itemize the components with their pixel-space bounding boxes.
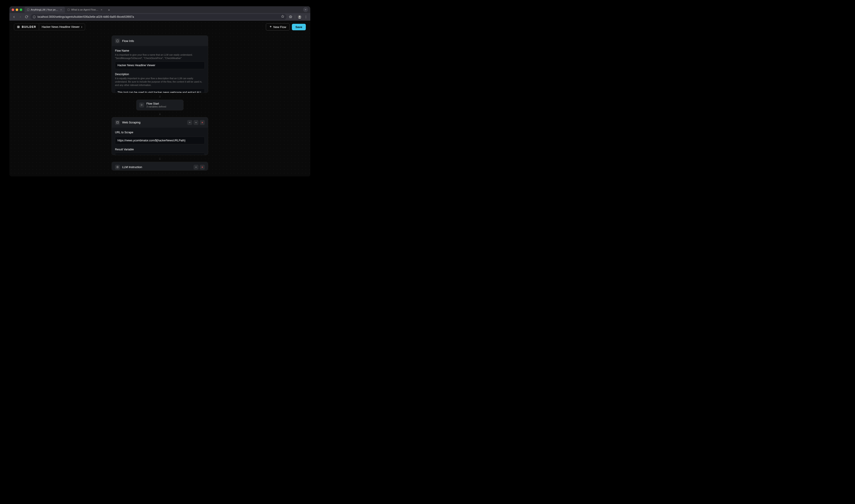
profile-icon[interactable] bbox=[297, 15, 302, 19]
titlebar-right bbox=[303, 7, 308, 12]
svg-point-8 bbox=[306, 16, 306, 16]
save-button[interactable]: Save bbox=[292, 24, 306, 30]
app-logo-icon bbox=[17, 25, 20, 29]
app-header: BUILDER Hacker News Headline Viewer ▴▾ N… bbox=[10, 21, 310, 33]
svg-point-7 bbox=[299, 16, 300, 17]
result-var-label: Result Variable bbox=[115, 148, 205, 151]
play-icon bbox=[139, 103, 144, 107]
url-text: localhost:3000/settings/agents/builder/0… bbox=[37, 15, 279, 18]
card-header: LLM Instruction bbox=[112, 162, 208, 170]
traffic-lights bbox=[12, 8, 22, 11]
window-maximize-button[interactable] bbox=[20, 8, 22, 11]
flow-start-text: Flow Start 3 variables defined bbox=[146, 102, 166, 108]
brain-icon bbox=[115, 165, 120, 170]
chevron-updown-icon: ▴▾ bbox=[81, 26, 82, 28]
header-left: BUILDER Hacker News Headline Viewer ▴▾ bbox=[14, 23, 85, 30]
reload-button[interactable] bbox=[24, 15, 29, 18]
forward-button[interactable] bbox=[18, 15, 22, 19]
header-right: New Flow Save bbox=[266, 23, 306, 31]
web-scraping-card: Web Scraping U bbox=[111, 117, 208, 155]
svg-point-10 bbox=[306, 18, 306, 18]
arrow-down-icon: ↓ bbox=[159, 93, 161, 100]
svg-marker-16 bbox=[141, 104, 142, 106]
card-body: Flow Name It is important to give your f… bbox=[112, 46, 208, 93]
address-bar[interactable]: localhost:3000/settings/agents/builder/0… bbox=[31, 14, 286, 20]
svg-point-9 bbox=[306, 17, 306, 17]
svg-rect-17 bbox=[116, 122, 119, 124]
card-body: URL to Scrape Result Variable pageConten… bbox=[112, 128, 208, 155]
description-group: Description It is equally important to g… bbox=[115, 73, 205, 93]
flow-start-title: Flow Start bbox=[146, 102, 166, 105]
flow-name-hint: It is important to give your flow a name… bbox=[115, 53, 205, 60]
url-label: URL to Scrape bbox=[115, 131, 205, 134]
flow-start-card[interactable]: Flow Start 3 variables defined bbox=[136, 100, 184, 110]
card-title: LLM Instruction bbox=[122, 165, 191, 169]
arrow-down-icon: ↓ bbox=[159, 110, 161, 117]
save-label: Save bbox=[296, 25, 302, 29]
description-label: Description bbox=[115, 73, 205, 76]
titlebar: AnythingLLM | Your personal… × What is a… bbox=[10, 6, 310, 13]
card-header: Flow Info bbox=[112, 36, 208, 46]
browser-toolbar: localhost:3000/settings/agents/builder/0… bbox=[10, 13, 310, 21]
flow-selector-name: Hacker News Headline Viewer bbox=[42, 25, 80, 29]
url-group: URL to Scrape bbox=[115, 131, 205, 144]
llm-instruction-card: LLM Instruction bbox=[111, 162, 208, 170]
description-hint: It is equally important to give your flo… bbox=[115, 77, 205, 87]
move-up-button[interactable] bbox=[187, 120, 192, 125]
arrow-down-icon: ↓ bbox=[159, 155, 161, 162]
flow-name-label: Flow Name bbox=[115, 49, 205, 52]
site-info-icon[interactable] bbox=[33, 16, 36, 18]
builder-badge[interactable]: BUILDER bbox=[14, 23, 39, 30]
bookmark-icon[interactable] bbox=[281, 15, 284, 19]
tab-close-icon[interactable]: × bbox=[100, 8, 103, 12]
tab-favicon-icon bbox=[67, 8, 70, 11]
card-actions bbox=[187, 120, 205, 125]
new-tab-button[interactable]: + bbox=[107, 8, 111, 12]
info-icon bbox=[115, 38, 120, 43]
tab-dropdown-button[interactable] bbox=[303, 7, 308, 12]
tab-title: AnythingLLM | Your personal… bbox=[31, 8, 58, 11]
flow-canvas[interactable]: Flow Info Flow Name It is important to g… bbox=[10, 33, 310, 176]
back-button[interactable] bbox=[12, 15, 16, 19]
svg-rect-0 bbox=[27, 9, 29, 11]
browser-icon bbox=[115, 120, 120, 125]
new-flow-label: New Flow bbox=[274, 25, 286, 29]
delete-button[interactable] bbox=[200, 165, 205, 170]
new-flow-button[interactable]: New Flow bbox=[266, 23, 290, 31]
svg-point-21 bbox=[117, 167, 118, 167]
svg-rect-1 bbox=[68, 9, 69, 11]
move-up-button[interactable] bbox=[194, 165, 198, 170]
url-input[interactable] bbox=[115, 137, 205, 144]
builder-label: BUILDER bbox=[22, 25, 36, 29]
browser-tab[interactable]: What is an Agent Flow? ~ An… × bbox=[65, 7, 105, 13]
flow-info-card: Flow Info Flow Name It is important to g… bbox=[111, 35, 208, 93]
flow-start-subtitle: 3 variables defined bbox=[146, 105, 166, 108]
delete-button[interactable] bbox=[200, 120, 205, 125]
browser-tab-active[interactable]: AnythingLLM | Your personal… × bbox=[24, 7, 65, 13]
plus-icon bbox=[269, 25, 272, 29]
browser-tabs: AnythingLLM | Your personal… × What is a… bbox=[24, 6, 303, 13]
flow-name-input[interactable] bbox=[115, 61, 205, 69]
separator: | bbox=[295, 15, 296, 19]
card-header: Web Scraping bbox=[112, 118, 208, 128]
result-var-group: Result Variable pageContentFromSite ⌄ bbox=[115, 148, 205, 155]
browser-window: AnythingLLM | Your personal… × What is a… bbox=[10, 6, 310, 176]
tab-close-icon[interactable]: × bbox=[59, 8, 63, 12]
card-actions bbox=[194, 165, 205, 170]
app-content: BUILDER Hacker News Headline Viewer ▴▾ N… bbox=[10, 21, 310, 176]
tab-favicon-icon bbox=[27, 8, 30, 11]
extensions-icon[interactable] bbox=[288, 15, 293, 19]
flow-selector[interactable]: Hacker News Headline Viewer ▴▾ bbox=[39, 23, 85, 30]
move-down-button[interactable] bbox=[194, 120, 198, 125]
svg-marker-5 bbox=[281, 15, 284, 18]
flow-name-group: Flow Name It is important to give your f… bbox=[115, 49, 205, 69]
kebab-menu-icon[interactable] bbox=[303, 15, 308, 19]
description-textarea[interactable]: This tool can be used to visit hacker ne… bbox=[115, 88, 205, 93]
window-minimize-button[interactable] bbox=[16, 8, 18, 11]
card-title: Web Scraping bbox=[122, 121, 185, 124]
result-var-select[interactable]: pageContentFromSite bbox=[115, 153, 205, 155]
window-close-button[interactable] bbox=[12, 8, 14, 11]
card-title: Flow Info bbox=[122, 39, 205, 43]
tab-title: What is an Agent Flow? ~ An… bbox=[71, 8, 99, 11]
